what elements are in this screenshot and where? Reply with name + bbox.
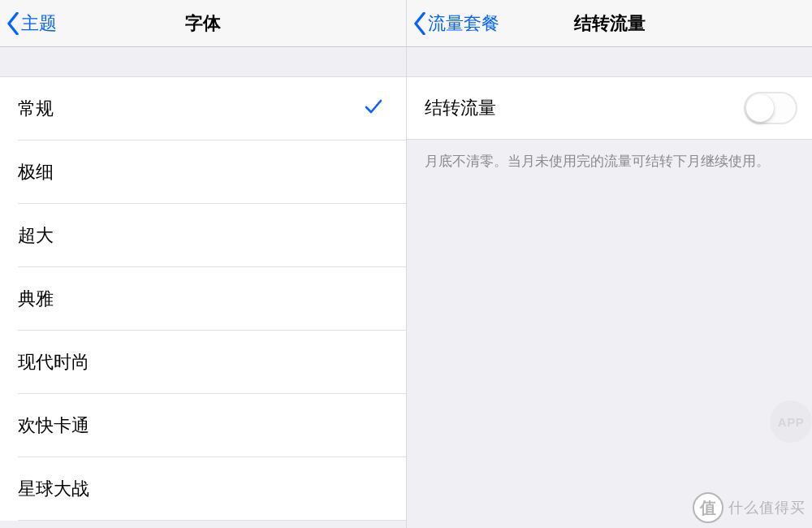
navbar-left: 主题 字体 <box>0 0 406 47</box>
navbar-right: 流量套餐 结转流量 <box>407 0 812 47</box>
font-option-label: 欢快卡通 <box>18 413 388 438</box>
font-option-label: 常规 <box>18 97 364 121</box>
back-button-left[interactable]: 主题 <box>6 11 57 36</box>
pane-fonts: 主题 字体 常规 极细 超大 典雅 现代时尚 欢快卡通 <box>0 0 406 528</box>
font-option-label: 极细 <box>18 160 388 184</box>
font-option[interactable]: 星球大战 <box>0 457 406 521</box>
font-option[interactable]: 欢快卡通 <box>0 394 406 457</box>
switch-knob <box>746 94 774 122</box>
page-title-right: 结转流量 <box>574 11 646 36</box>
rollover-footer-note: 月底不清零。当月未使用完的流量可结转下月继续使用。 <box>407 140 812 184</box>
rollover-toggle-row: 结转流量 <box>407 76 812 140</box>
font-option-label: 超大 <box>18 223 388 248</box>
font-option[interactable]: 极细 <box>0 141 406 204</box>
chevron-left-icon <box>413 12 426 35</box>
checkmark-icon <box>364 97 383 121</box>
font-option-label: 典雅 <box>18 287 388 311</box>
section-spacer-left <box>0 47 406 76</box>
font-option-label: 星球大战 <box>18 477 388 501</box>
rollover-toggle-label: 结转流量 <box>425 96 744 120</box>
page-title-left: 字体 <box>185 11 221 36</box>
rollover-switch[interactable] <box>744 92 797 124</box>
font-option-label: 现代时尚 <box>18 350 388 374</box>
font-option[interactable]: 超大 <box>0 204 406 267</box>
back-label-left: 主题 <box>21 11 57 36</box>
font-option[interactable]: 典雅 <box>0 267 406 331</box>
font-option[interactable]: 现代时尚 <box>0 331 406 394</box>
font-option[interactable]: 常规 <box>0 77 406 141</box>
back-label-right: 流量套餐 <box>428 11 499 36</box>
chevron-left-icon <box>6 12 19 35</box>
back-button-right[interactable]: 流量套餐 <box>413 11 499 36</box>
section-spacer-right <box>407 47 812 76</box>
font-option-list: 常规 极细 超大 典雅 现代时尚 欢快卡通 星球大战 <box>0 76 406 521</box>
pane-rollover: 流量套餐 结转流量 结转流量 月底不清零。当月未使用完的流量可结转下月继续使用。 <box>406 0 812 528</box>
